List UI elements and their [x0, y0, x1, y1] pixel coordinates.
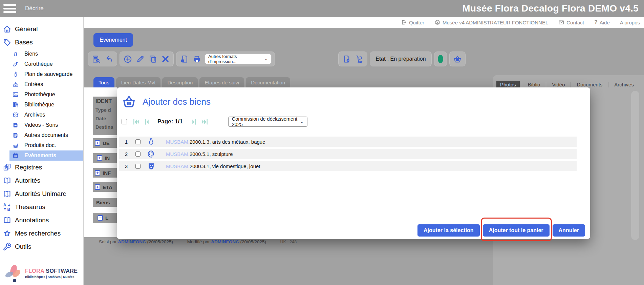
tab-etapes-de-suivi[interactable]: Etapes de suivi [199, 77, 244, 87]
collapsed-section: +IN [93, 153, 117, 163]
media-panel-scrollbar[interactable] [631, 91, 639, 240]
edit-pencil-icon[interactable] [136, 55, 145, 64]
sidebar-item-bibliotheque[interactable]: Bibliothèque [0, 100, 83, 110]
saisi-label: Saisi par [99, 239, 117, 244]
printer-icon[interactable] [192, 55, 201, 64]
sidebar-item-label: Bases [15, 39, 33, 46]
sidebar-item-outils[interactable]: Outils [0, 240, 83, 253]
section-identification: IDENT Type d Date Destina [93, 97, 117, 135]
record-tabs: Tous Lieu-Dates-Mvt Description Etapes d… [93, 77, 290, 87]
item-text: MUSBAM.2000.3.1, vie domestique, jouet [166, 163, 260, 169]
add-all-basket-button[interactable]: Ajouter tout le panier [483, 224, 550, 237]
sidebar-item-produits-doc[interactable]: Produits doc. [0, 140, 83, 150]
row-number: 3 [122, 163, 131, 169]
sidebar-item-entrees[interactable]: Entrées [0, 79, 83, 89]
previous-page-icon[interactable] [143, 118, 151, 126]
sidebar-item-label: Général [15, 25, 38, 33]
record-type-tab[interactable]: Evènement [93, 33, 133, 47]
add-circle-icon[interactable] [123, 55, 132, 64]
sidebar-item-plan-sauvegarde[interactable]: Plan de sauvegarde [0, 69, 83, 79]
dialog-buttons: Ajouter la sélection Ajouter tout le pan… [417, 224, 585, 237]
record-footer: Saisi par ADMINFONC (20/05/2025) Modifié… [99, 239, 297, 244]
list-item[interactable]: 3 MUSBAM.2000.3.1, vie domestique, jouet [119, 161, 577, 171]
tab-description[interactable]: Description [162, 77, 198, 87]
last-page-icon[interactable] [201, 118, 209, 126]
toolbar-group-search [88, 52, 117, 66]
expand-plus-icon[interactable]: + [95, 170, 100, 176]
sidebar-item-mes-recherches[interactable]: Mes recherches [0, 227, 83, 240]
tab-tous[interactable]: Tous [93, 77, 114, 87]
toolbar-group-attach [338, 52, 367, 66]
list-search-icon[interactable] [92, 55, 101, 64]
chevron-down-icon: ⌄ [264, 57, 268, 61]
open-book-icon [3, 189, 12, 198]
basket-icon [453, 55, 462, 64]
section-label: L [105, 215, 108, 221]
print-format-dropdown[interactable]: Autres formats d'impression... ⌄ [205, 54, 271, 64]
sidebar-item-autorites-unimarc[interactable]: Autorités Unimarc [0, 187, 83, 200]
select-all-checkbox[interactable] [122, 119, 127, 124]
hamburger-menu-icon[interactable] [3, 4, 16, 13]
sidebar-item-autorites[interactable]: Autorités [0, 174, 83, 187]
carrot-icon [12, 61, 19, 67]
row-checkbox[interactable] [135, 151, 141, 157]
basket-icon [122, 94, 136, 109]
ab-sort-icon [3, 203, 12, 211]
sidebar-item-bases[interactable]: Bases [0, 36, 83, 49]
help-button[interactable]: ?Aide [594, 19, 610, 25]
sidebar-item-autres-documents[interactable]: Autres documents [0, 130, 83, 140]
about-button[interactable]: A propos [620, 20, 640, 25]
section-label: ETA [103, 184, 112, 190]
sidebar-item-evenements[interactable]: Evènements [9, 150, 83, 161]
list-item[interactable]: 1 MUSBAM.2000.1.3, arts des métaux, bagu… [119, 137, 577, 147]
sidebar-item-label: Registres [15, 164, 42, 171]
sidebar-item-archives[interactable]: Archives [0, 110, 83, 120]
add-selection-button[interactable]: Ajouter la sélection [417, 224, 480, 237]
sidebar-item-registres[interactable]: Registres [0, 161, 83, 174]
sidebar-item-carotheque[interactable]: Carothèque [0, 59, 83, 69]
print-file-icon[interactable] [180, 55, 189, 64]
basket-select-dropdown[interactable]: Commission de déclassement 2025 ⌄ [228, 117, 307, 127]
contact-button[interactable]: Contact [558, 19, 584, 25]
delete-x-icon[interactable] [161, 55, 170, 64]
form-field-label: Destina [95, 124, 117, 130]
trolley-icon[interactable] [355, 55, 364, 64]
sidebar-item-label: Vidéos - Sons [24, 122, 58, 128]
collapse-minus-icon[interactable]: − [98, 215, 103, 221]
sidebar-item-label: Mes recherches [15, 230, 61, 237]
basket-button[interactable] [449, 52, 466, 66]
tab-documentation[interactable]: Documentation [246, 77, 290, 87]
copy-icon[interactable] [148, 55, 157, 64]
chevron-down-icon: ⌄ [300, 119, 304, 124]
expand-plus-icon[interactable]: + [95, 184, 100, 190]
row-checkbox[interactable] [135, 164, 141, 169]
tab-lieu-dates-mvt[interactable]: Lieu-Dates-Mvt [116, 77, 161, 87]
module-label: Décrire [25, 5, 44, 12]
next-page-icon[interactable] [190, 118, 198, 126]
sidebar-item-annotations[interactable]: Annotations [0, 213, 83, 227]
attach-file-icon[interactable] [342, 55, 351, 64]
sidebar-item-general[interactable]: Général [0, 22, 83, 36]
vase-icon [147, 137, 156, 146]
first-page-icon[interactable] [132, 118, 140, 126]
undo-icon[interactable] [104, 55, 113, 64]
books-icon [12, 101, 19, 108]
row-checkbox[interactable] [135, 139, 141, 144]
sidebar-item-label: Evènements [24, 152, 56, 159]
expand-plus-icon[interactable]: + [95, 140, 100, 146]
quit-label: Quitter [409, 20, 424, 25]
cancel-button[interactable]: Annuler [553, 224, 585, 237]
artifact-icon [12, 50, 19, 57]
dialog-title: Ajouter des biens [143, 97, 211, 107]
record-form-background: IDENT Type d Date Destina +DE +IN +INF +… [84, 87, 117, 237]
sidebar-item-phototheque[interactable]: Photothèque [0, 89, 83, 100]
quit-button[interactable]: Quitter [401, 19, 424, 25]
media-tab-archives[interactable]: Archives [610, 81, 638, 88]
current-user[interactable]: Musée v4 ADMINISTRATEUR FONCTIONNEL [434, 19, 548, 25]
modifie-label: Modifié par [187, 239, 210, 244]
list-item[interactable]: 2 MUSBAM.2000.5.1, sculpture [119, 149, 577, 159]
sidebar-item-biens[interactable]: Biens [0, 49, 83, 59]
sidebar-item-thesaurus[interactable]: Thesaurus [0, 200, 83, 213]
sidebar-item-videos-sons[interactable]: Vidéos - Sons [0, 120, 83, 130]
expand-plus-icon[interactable]: + [97, 155, 102, 161]
